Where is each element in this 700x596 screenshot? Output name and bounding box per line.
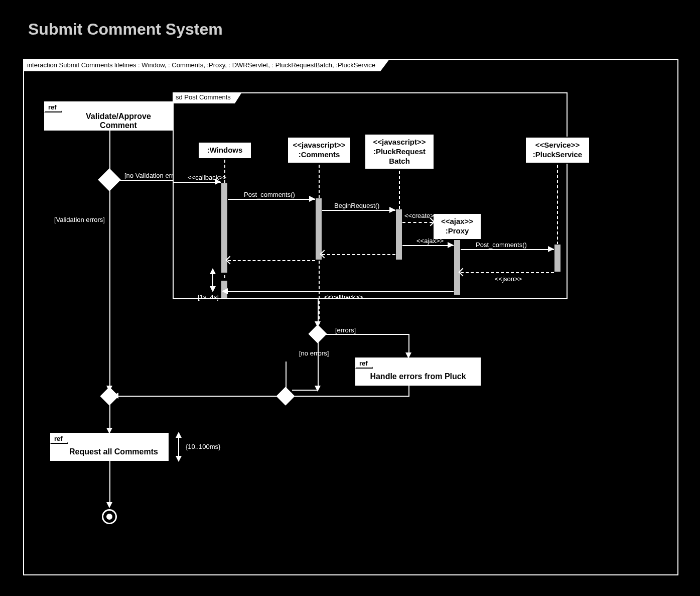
arrow-icon bbox=[448, 242, 454, 248]
interaction-frame-header: interaction Submit Comments lifelines : … bbox=[23, 59, 380, 71]
ref-request-all: ref Request all Commemts bbox=[50, 433, 169, 461]
msg-callback-back: <<callback>> bbox=[324, 293, 363, 301]
activation-bar bbox=[395, 209, 402, 260]
flow-line bbox=[408, 386, 409, 396]
lifeline-pluckrequestbatch: <<javascript>> :PluckRequest Batch bbox=[364, 134, 435, 170]
flow-line bbox=[292, 390, 318, 391]
flow-line bbox=[292, 396, 409, 397]
arrow-icon bbox=[106, 502, 112, 508]
timing-sd-delay: [1s..4s] bbox=[198, 293, 219, 301]
flow-line bbox=[324, 334, 408, 335]
duration-constraint bbox=[208, 270, 218, 290]
arrow-icon bbox=[548, 246, 554, 252]
flow-line bbox=[286, 362, 287, 390]
flow-line bbox=[118, 396, 279, 397]
arrow-icon bbox=[222, 288, 228, 294]
message-line bbox=[228, 199, 315, 200]
ref-label: Request all Commemts bbox=[51, 444, 168, 460]
return-line bbox=[228, 260, 315, 261]
arrow-icon bbox=[389, 207, 395, 213]
msg-begin-request: BeginRequest() bbox=[334, 202, 379, 209]
page-title: Submit Comment System bbox=[28, 20, 223, 39]
return-line bbox=[322, 254, 395, 255]
interaction-frame: interaction Submit Comments lifelines : … bbox=[23, 59, 678, 575]
message-line bbox=[461, 249, 554, 250]
ref-tab: ref bbox=[50, 433, 68, 444]
ref-label: Validate/Approve Comment bbox=[45, 112, 174, 130]
return-line bbox=[461, 272, 554, 273]
arrow-icon bbox=[309, 196, 315, 202]
arrow-icon bbox=[106, 386, 112, 392]
arrow-icon bbox=[315, 386, 321, 392]
msg-post-comments-2: Post_comments() bbox=[476, 241, 527, 249]
guard-no-errors: [no errors] bbox=[299, 349, 329, 357]
diagram-canvas: Submit Comment System interaction Submit… bbox=[0, 0, 700, 596]
sd-post-comments-frame: sd Post Comments :Windows <<javascript>>… bbox=[173, 92, 568, 299]
lifeline-proxy: <<ajax>> :Proxy bbox=[433, 213, 482, 240]
ref-tab: ref bbox=[355, 357, 373, 369]
flow-line bbox=[318, 340, 319, 389]
message-line bbox=[402, 245, 454, 246]
ref-handle-errors: ref Handle errors from Pluck bbox=[355, 357, 481, 386]
msg-post-comments: Post_comments() bbox=[244, 191, 295, 198]
activation-bar bbox=[454, 236, 461, 295]
flow-final-node bbox=[102, 509, 117, 524]
ref-tab: ref bbox=[44, 101, 62, 112]
decision-validation bbox=[98, 168, 120, 191]
flow-line bbox=[109, 461, 110, 505]
ref-validate-approve: ref Validate/Approve Comment bbox=[44, 101, 175, 131]
message-line bbox=[174, 182, 221, 183]
activation-bar bbox=[315, 198, 322, 260]
msg-ajax: <<ajax>> bbox=[416, 237, 444, 245]
duration-constraint bbox=[174, 434, 184, 460]
msg-callback-in: <<callback>> bbox=[188, 174, 226, 181]
timing-request-all: {10..100ms} bbox=[186, 443, 220, 450]
sd-tab: sd Post Comments bbox=[173, 92, 235, 103]
guard-errors: [errors] bbox=[335, 326, 356, 334]
flow-line bbox=[109, 189, 110, 389]
msg-json: <<json>> bbox=[495, 275, 522, 283]
guard-validation: [Validation errors] bbox=[54, 216, 105, 223]
message-line bbox=[322, 210, 395, 211]
activation-bar bbox=[554, 244, 561, 272]
flow-line bbox=[318, 299, 319, 324]
flow-line bbox=[109, 404, 110, 431]
ref-label: Handle errors from Pluck bbox=[356, 369, 480, 385]
lifeline-windows: :Windows bbox=[198, 142, 252, 159]
message-line bbox=[228, 291, 454, 292]
msg-create: <<create>> bbox=[404, 212, 438, 219]
